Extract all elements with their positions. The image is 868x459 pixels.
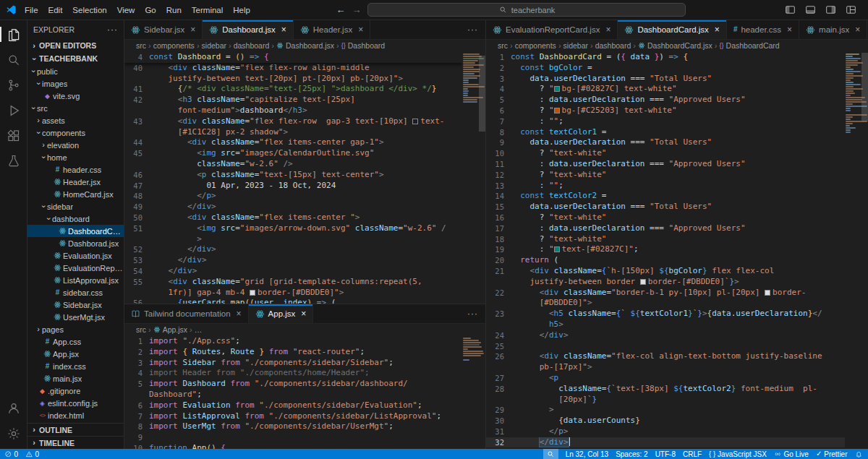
activity-settings[interactable] xyxy=(0,421,27,446)
tree-item-homecard.jsx[interactable]: HomeCard.jsx xyxy=(27,188,124,200)
close-icon[interactable]: × xyxy=(855,25,860,35)
more-icon[interactable]: ··· xyxy=(467,309,478,318)
panel-bottom-icon[interactable] xyxy=(805,4,816,15)
layout-icon[interactable] xyxy=(846,4,856,15)
tab-app.jsx[interactable]: App.jsx× xyxy=(249,304,314,323)
menu-help[interactable]: Help xyxy=(228,4,255,16)
tree-item-index.html[interactable]: <>index.html xyxy=(27,409,124,421)
open-editors-section[interactable]: › OPEN EDITORS xyxy=(27,39,124,52)
tab-evaluationreportcard.jsx[interactable]: EvaluationReportCard.jsx× xyxy=(486,20,618,39)
right-editor[interactable]: 1const DashboardCard = ({ data }) => {2 … xyxy=(486,51,845,449)
activity-source-control[interactable] xyxy=(0,72,27,98)
tree-item-vite.svg[interactable]: ◆vite.svg xyxy=(27,90,124,102)
tree-item-home[interactable]: ›home xyxy=(27,151,124,163)
more-actions-icon[interactable]: ··· xyxy=(107,25,118,34)
breadcrumb-item[interactable]: … xyxy=(195,325,203,334)
tab-main.jsx[interactable]: main.jsx× xyxy=(799,20,867,39)
tab-dashboard.jsx[interactable]: Dashboard.jsx× xyxy=(203,20,294,39)
status-problems-warnings[interactable]: 0 xyxy=(25,449,39,459)
tab-dashboardcard.jsx[interactable]: DashboardCard.jsx× xyxy=(618,20,726,39)
status-eol[interactable]: CRLF xyxy=(683,449,702,459)
tree-item-evaluationreport...[interactable]: EvaluationReport... xyxy=(27,262,124,274)
menu-go[interactable]: Go xyxy=(140,4,161,16)
menu-view[interactable]: View xyxy=(112,4,140,16)
menu-selection[interactable]: Selection xyxy=(67,4,111,16)
tree-item-usermgt.jsx[interactable]: UserMgt.jsx xyxy=(27,311,124,323)
menu-run[interactable]: Run xyxy=(161,4,187,16)
bottom-editor[interactable]: 1import "./App.css";2import { Routes, Ro… xyxy=(124,335,462,449)
close-icon[interactable]: × xyxy=(301,309,306,319)
status-problems-errors[interactable]: 0 xyxy=(4,449,18,459)
tab-header.jsx[interactable]: Header.jsx× xyxy=(294,20,370,39)
breadcrumb-item[interactable]: src xyxy=(136,325,146,334)
status-prettier[interactable]: ✓Prettier xyxy=(816,449,848,459)
tab-sidebar.jsx[interactable]: Sidebar.jsx× xyxy=(124,20,203,39)
breadcrumb-item[interactable]: components xyxy=(153,41,195,50)
status-language-mode[interactable]: { }JavaScript JSX xyxy=(709,449,767,459)
breadcrumb-item[interactable]: components xyxy=(515,41,556,50)
status-go-live[interactable]: Go Live xyxy=(774,449,809,459)
activity-run-debug[interactable] xyxy=(0,98,27,123)
tree-item-eslint.config.js[interactable]: ◈eslint.config.js xyxy=(27,397,124,409)
bottom-minimap[interactable] xyxy=(462,335,485,449)
tree-item-dashboardcard....[interactable]: DashboardCard.... xyxy=(27,225,124,237)
tree-item-src[interactable]: ›src xyxy=(27,102,124,114)
tree-item-assets[interactable]: ›assets xyxy=(27,114,124,126)
breadcrumb-item[interactable]: DashboardCard.jsx xyxy=(638,41,712,50)
tree-item-sidebar.css[interactable]: #sidebar.css xyxy=(27,286,124,299)
status-cursor-position[interactable]: Ln 32, Col 13 xyxy=(566,449,609,459)
workspace-root[interactable]: › TEACHERBANK xyxy=(27,52,124,65)
tree-item-pages[interactable]: ›pages xyxy=(27,323,124,335)
breadcrumb-item[interactable]: dashboard xyxy=(234,41,270,50)
status-zoom-indicator[interactable] xyxy=(543,449,558,459)
breadcrumb-item[interactable]: {}Dashboard xyxy=(341,41,385,50)
close-icon[interactable]: × xyxy=(190,25,195,35)
close-icon[interactable]: × xyxy=(787,25,792,35)
breadcrumb-item[interactable]: {}DashboardCard xyxy=(720,41,780,50)
left-scrollbar[interactable] xyxy=(479,56,485,132)
panel-right-icon[interactable] xyxy=(825,4,836,15)
breadcrumb-item[interactable]: Dashboard.jsx xyxy=(276,41,334,50)
tree-item-sidebar[interactable]: ›sidebar xyxy=(27,200,124,213)
tree-item-images[interactable]: ›images xyxy=(27,77,124,90)
close-icon[interactable]: × xyxy=(358,25,363,35)
tree-item-elevation[interactable]: ›elevation xyxy=(27,139,124,151)
tree-item-main.jsx[interactable]: main.jsx xyxy=(27,372,124,385)
activity-extensions[interactable] xyxy=(0,123,27,148)
tree-item-listapproval.jsx[interactable]: ListApproval.jsx xyxy=(27,274,124,286)
tree-item-components[interactable]: ›components xyxy=(27,126,124,139)
tree-item-public[interactable]: ›public xyxy=(27,65,124,77)
menu-edit[interactable]: Edit xyxy=(43,4,68,16)
breadcrumb-item[interactable]: sidebar xyxy=(202,41,226,50)
activity-explorer[interactable] xyxy=(0,22,27,47)
tree-item-.gitignore[interactable]: ◆.gitignore xyxy=(27,385,124,397)
activity-testing[interactable] xyxy=(0,148,27,173)
section-timeline[interactable]: ›TIMELINE xyxy=(27,436,124,449)
tree-item-app.jsx[interactable]: App.jsx xyxy=(27,348,124,360)
close-icon[interactable]: × xyxy=(237,309,242,319)
close-icon[interactable]: × xyxy=(281,25,286,35)
tab-tailwind-documentation[interactable]: Tailwind documentation× xyxy=(124,304,249,323)
section-outline[interactable]: ›OUTLINE xyxy=(27,423,124,436)
activity-accounts[interactable] xyxy=(0,395,27,421)
breadcrumb-item[interactable]: dashboard xyxy=(595,41,631,50)
menu-terminal[interactable]: Terminal xyxy=(187,4,228,16)
left-editor[interactable]: 4const Dashboard = () => {40 <div classN… xyxy=(124,51,462,304)
tree-item-evaluation.jsx[interactable]: Evaluation.jsx xyxy=(27,249,124,262)
command-center[interactable]: teacherbank xyxy=(367,3,686,17)
breadcrumb-item[interactable]: src xyxy=(136,41,146,50)
close-icon[interactable]: × xyxy=(715,25,720,35)
breadcrumb-item[interactable]: App.jsx xyxy=(153,325,187,334)
tree-item-index.css[interactable]: #index.css xyxy=(27,360,124,372)
menu-file[interactable]: File xyxy=(20,4,43,16)
status-indentation[interactable]: Spaces: 2 xyxy=(616,449,647,459)
panel-left-icon[interactable] xyxy=(785,4,796,15)
right-scrollbar[interactable] xyxy=(861,53,868,121)
nav-back-icon[interactable]: ← xyxy=(336,4,345,15)
breadcrumb-item[interactable]: src xyxy=(498,41,508,50)
tab-header.css[interactable]: #header.css× xyxy=(727,20,799,39)
tree-item-dashboard[interactable]: ›dashboard xyxy=(27,213,124,225)
status-notifications[interactable] xyxy=(855,449,863,459)
more-icon[interactable]: ··· xyxy=(467,25,478,34)
tree-item-app.css[interactable]: #App.css xyxy=(27,335,124,348)
